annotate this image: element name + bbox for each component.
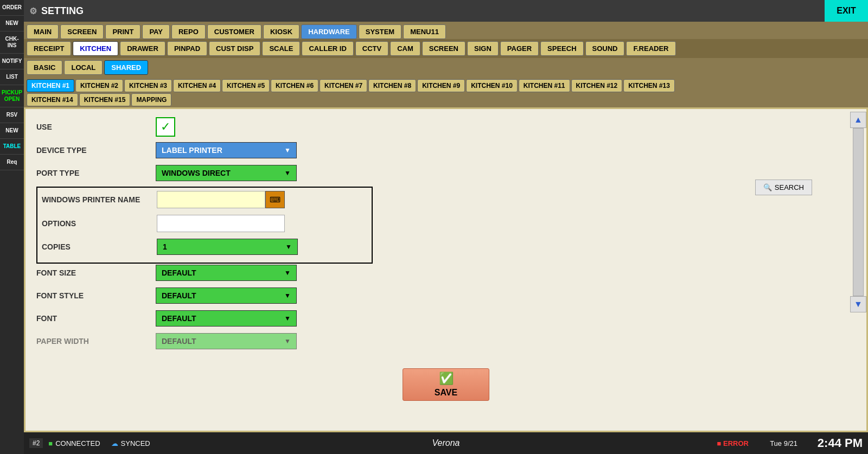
options-input[interactable] <box>157 215 285 232</box>
tab-customer[interactable]: CUSTOMER <box>207 24 261 39</box>
tab-kitchen-8[interactable]: KITCHEN #8 <box>368 79 416 92</box>
tab-kitchen-7[interactable]: KITCHEN #7 <box>320 79 367 92</box>
paper-width-value: DEFAULT <box>162 337 196 346</box>
chevron-down-icon7: ▼ <box>284 337 291 345</box>
font-dropdown[interactable]: DEFAULT ▼ <box>156 310 297 327</box>
tab-receipt[interactable]: RECEIPT <box>27 41 71 56</box>
exit-button[interactable]: EXIT <box>825 0 868 22</box>
sidebar-item-chkins[interactable]: CHK-INS <box>0 31 24 54</box>
tab-pinpad[interactable]: PINPAD <box>167 41 207 56</box>
statusbar: #2 ■ CONNECTED ☁ SYNCED Verona ■ ERROR T… <box>24 432 868 454</box>
tab-screen[interactable]: SCREEN <box>60 24 104 39</box>
form-row-use: USE ✓ <box>36 117 856 137</box>
tab-cctv[interactable]: CCTV <box>355 41 388 56</box>
tab-freader[interactable]: F.READER <box>626 41 675 56</box>
paper-width-dropdown[interactable]: DEFAULT ▼ <box>156 333 297 349</box>
save-button[interactable]: ✅ SAVE <box>403 368 489 401</box>
tab-kitchen[interactable]: KITCHEN <box>73 41 118 56</box>
keyboard-icon[interactable]: ⌨ <box>265 191 285 208</box>
gear-icon: ⚙ <box>29 6 37 16</box>
use-checkbox[interactable]: ✓ <box>156 117 175 137</box>
tab-cam[interactable]: CAM <box>390 41 420 56</box>
status-date: Tue 9/21 <box>770 439 797 447</box>
status-time: 2:44 PM <box>818 436 863 450</box>
form-row-font: FONT DEFAULT ▼ <box>36 309 856 328</box>
port-type-dropdown[interactable]: WINDOWS DIRECT ▼ <box>156 165 297 181</box>
options-label: OPTIONS <box>37 219 157 228</box>
tab-kiosk[interactable]: KIOSK <box>263 24 299 39</box>
tab-speech[interactable]: SPEECH <box>540 41 583 56</box>
tab-caller-id[interactable]: CALLER ID <box>302 41 353 56</box>
form-row-paper-width: PAPER WIDTH DEFAULT ▼ <box>36 332 856 350</box>
tab-sound[interactable]: SOUND <box>585 41 625 56</box>
port-type-control: WINDOWS DIRECT ▼ <box>156 165 297 181</box>
tab-system[interactable]: SYSTEM <box>359 24 401 39</box>
sidebar-item-list[interactable]: LIST <box>0 69 24 85</box>
sidebar-item-notify[interactable]: NOTIFY <box>0 54 24 69</box>
tab-kitchen-4[interactable]: KITCHEN #4 <box>173 79 221 92</box>
tab-kitchen-12[interactable]: KITCHEN #12 <box>571 79 623 92</box>
tab-repo[interactable]: REPO <box>171 24 206 39</box>
tab-shared[interactable]: SHARED <box>104 60 148 75</box>
chevron-down-icon: ▼ <box>284 146 291 154</box>
search-icon: 🔍 <box>763 183 772 191</box>
scroll-track <box>853 128 864 296</box>
tab-kitchen-15[interactable]: KITCHEN #15 <box>79 93 131 106</box>
main-nav-tabs: MAIN SCREEN PRINT PAY REPO CUSTOMER KIOS… <box>24 22 868 39</box>
tab-screen2[interactable]: SCREEN <box>422 41 465 56</box>
sidebar-item-order[interactable]: ORDER <box>0 0 24 16</box>
tab-kitchen-1[interactable]: KITCHEN #1 <box>27 79 74 92</box>
main-content: MAIN SCREEN PRINT PAY REPO CUSTOMER KIOS… <box>24 22 868 432</box>
tab-scale[interactable]: SCALE <box>262 41 300 56</box>
tab-kitchen-11[interactable]: KITCHEN #11 <box>519 79 570 92</box>
tab-kitchen-13[interactable]: KITCHEN #13 <box>623 79 675 92</box>
tab-pay[interactable]: PAY <box>142 24 170 39</box>
copies-dropdown[interactable]: 1 ▼ <box>157 239 298 255</box>
scroll-up-button[interactable]: ▲ <box>850 112 866 128</box>
sidebar-item-table[interactable]: TABLE <box>0 139 24 155</box>
copies-control: 1 ▼ <box>157 239 298 255</box>
scrollbar: ▲ ▼ <box>853 112 864 312</box>
tab-kitchen-5[interactable]: KITCHEN #5 <box>222 79 270 92</box>
tab-menu11[interactable]: MENU11 <box>403 24 446 39</box>
font-size-dropdown[interactable]: DEFAULT ▼ <box>156 265 297 281</box>
status-num: #2 <box>29 438 43 448</box>
copies-value: 1 <box>163 242 167 251</box>
sidebar-item-pickup[interactable]: PICKUPOPEN <box>0 85 24 107</box>
tab-cust-disp[interactable]: CUST DISP <box>209 41 260 56</box>
sidebar-item-new2[interactable]: NEW <box>0 123 24 139</box>
scroll-down-button[interactable]: ▼ <box>850 296 866 312</box>
font-style-dropdown[interactable]: DEFAULT ▼ <box>156 287 297 304</box>
port-type-value: WINDOWS DIRECT <box>162 169 231 177</box>
printer-name-input[interactable] <box>157 191 265 208</box>
tab-kitchen-10[interactable]: KITCHEN #10 <box>466 79 518 92</box>
font-style-control: DEFAULT ▼ <box>156 287 297 304</box>
status-connected: ■ CONNECTED <box>48 439 100 447</box>
tab-pager[interactable]: PAGER <box>500 41 539 56</box>
copies-label: COPIES <box>37 242 157 251</box>
sidebar-item-rsv[interactable]: RSV <box>0 107 24 123</box>
sidebar-item-new1[interactable]: NEW <box>0 16 24 31</box>
tab-kitchen-9[interactable]: KITCHEN #9 <box>417 79 465 92</box>
search-button[interactable]: 🔍 SEARCH <box>755 180 812 195</box>
tab-local[interactable]: LOCAL <box>64 60 103 75</box>
tab-hardware[interactable]: HARDWARE <box>301 24 357 39</box>
tab-kitchen-6[interactable]: KITCHEN #6 <box>271 79 318 92</box>
tab-kitchen-3[interactable]: KITCHEN #3 <box>124 79 172 92</box>
save-check-icon: ✅ <box>439 372 454 386</box>
status-synced: ☁ SYNCED <box>111 439 150 447</box>
printer-name-control: ⌨ <box>157 191 285 208</box>
form-row-font-style: FONT STYLE DEFAULT ▼ <box>36 286 856 305</box>
tab-mapping[interactable]: MAPPING <box>131 93 171 106</box>
tab-kitchen-2[interactable]: KITCHEN #2 <box>75 79 123 92</box>
windows-printer-name-label: WINDOWS PRINTER NAME <box>37 195 157 204</box>
tab-main[interactable]: MAIN <box>27 24 59 39</box>
tab-kitchen-14[interactable]: KITCHEN #14 <box>27 93 78 106</box>
sidebar-item-req[interactable]: Req <box>0 155 24 170</box>
tab-sign[interactable]: SIGN <box>467 41 499 56</box>
device-type-dropdown[interactable]: LABEL PRINTER ▼ <box>156 142 297 158</box>
tab-drawer[interactable]: DRAWER <box>120 41 165 56</box>
kitchen-number-tabs-2: KITCHEN #14 KITCHEN #15 MAPPING <box>24 93 868 107</box>
tab-basic[interactable]: BASIC <box>27 60 62 75</box>
tab-print[interactable]: PRINT <box>105 24 141 39</box>
